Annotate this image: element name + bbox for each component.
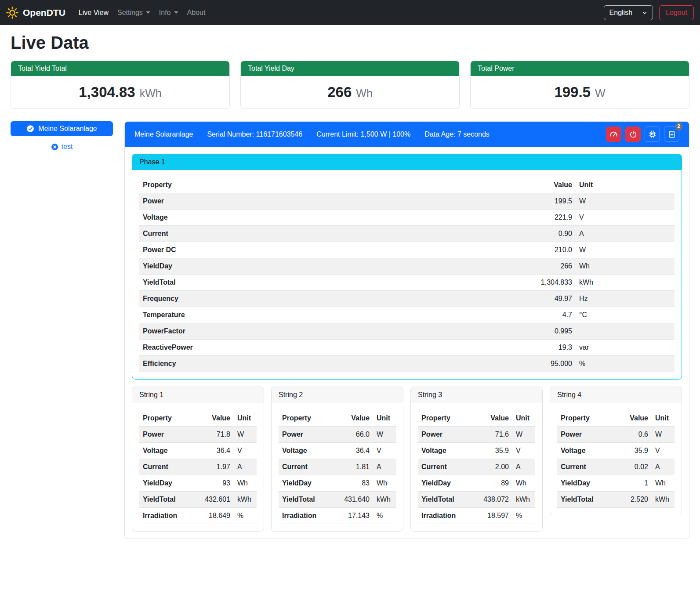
current-limit: Current Limit: 1,500 W | 100% xyxy=(316,130,410,138)
device-info-button[interactable] xyxy=(645,127,660,142)
unit-cell: W xyxy=(234,427,257,443)
value-cell: 0.90 xyxy=(523,226,576,242)
property-cell: Current xyxy=(139,226,523,242)
table-row: Current2.00A xyxy=(418,459,535,475)
table-row: Power71.6W xyxy=(418,427,535,443)
value-cell: 18.649 xyxy=(197,508,234,524)
sun-icon xyxy=(6,7,18,19)
sidebar-item-test[interactable]: test xyxy=(47,141,76,152)
table-row: Irradiation18.597% xyxy=(418,508,535,524)
value-cell: 432.601 xyxy=(197,492,234,508)
nav-live-view[interactable]: Live View xyxy=(74,5,113,20)
events-count-badge: 2 xyxy=(675,123,682,130)
logout-button[interactable]: Logout xyxy=(659,5,694,20)
table-row: Frequency49.97Hz xyxy=(139,291,675,307)
property-cell: Efficiency xyxy=(139,356,523,372)
value-cell: 221.9 xyxy=(523,210,576,226)
table-row: Power199.5W xyxy=(139,193,675,210)
gauge-icon xyxy=(609,130,618,138)
table-row: YieldTotal431.640kWh xyxy=(279,492,396,508)
nav-settings[interactable]: Settings xyxy=(113,5,155,20)
table-row: YieldDay266Wh xyxy=(139,258,675,275)
summary-card-value: 199.5 xyxy=(554,84,591,100)
event-log-button[interactable]: 2 xyxy=(664,127,679,142)
nav-about[interactable]: About xyxy=(183,5,210,20)
value-cell: 0.995 xyxy=(523,323,576,340)
table-row: Voltage35.9V xyxy=(418,443,535,459)
value-column-header: Value xyxy=(475,410,512,427)
value-cell: 95.000 xyxy=(523,356,576,372)
unit-cell: kWh xyxy=(652,492,675,508)
summary-cards-row: Total Yield Total 1,304.83kWh Total Yiel… xyxy=(11,61,689,109)
property-cell: Current xyxy=(557,459,615,475)
summary-card-title: Total Power xyxy=(471,61,689,76)
value-column-header: Value xyxy=(336,410,373,427)
navbar: OpenDTU Live View Settings Info About En… xyxy=(0,0,700,25)
table-row: Voltage35.9V xyxy=(557,443,675,459)
table-header-row: Property Value Unit xyxy=(139,177,675,193)
string-title: String 2 xyxy=(272,387,403,403)
value-cell: 4.7 xyxy=(523,307,576,323)
value-cell: 0.02 xyxy=(615,459,652,475)
summary-card-title: Total Yield Day xyxy=(241,61,459,76)
navbar-right: English Logout xyxy=(604,5,694,20)
page-title: Live Data xyxy=(11,33,689,53)
property-cell: Power xyxy=(418,427,475,443)
string-table-body: Power71.6WVoltage35.9VCurrent2.00AYieldD… xyxy=(418,427,535,524)
unit-cell: A xyxy=(234,459,257,475)
string-table: Property Value Unit Power0.6WVoltage35.9… xyxy=(557,410,675,508)
sidebar-item-meine-solaranlage[interactable]: Meine Solaranlage xyxy=(11,121,113,136)
unit-column-header: Unit xyxy=(373,410,396,427)
unit-cell: V xyxy=(652,443,675,459)
string-table-body: Power71.8WVoltage36.4VCurrent1.97AYieldD… xyxy=(139,427,257,524)
table-row: YieldTotal2.520kWh xyxy=(557,492,675,508)
value-cell: 2.00 xyxy=(475,459,512,475)
nav-info-label: Info xyxy=(159,9,171,17)
limit-settings-button[interactable] xyxy=(606,127,621,142)
table-header-row: Property Value Unit xyxy=(418,410,535,427)
unit-cell: % xyxy=(373,508,396,524)
value-cell: 0.6 xyxy=(615,427,652,443)
table-row: Efficiency95.000% xyxy=(139,356,675,372)
value-column-header: Value xyxy=(615,410,652,427)
table-row: YieldTotal438.072kWh xyxy=(418,492,535,508)
value-cell: 210.0 xyxy=(523,242,576,258)
inverter-panel: Meine Solaranlage Serial Number: 1161716… xyxy=(124,121,689,539)
property-cell: Voltage xyxy=(557,443,615,459)
property-column-header: Property xyxy=(279,410,336,427)
value-cell: 35.9 xyxy=(615,443,652,459)
journal-icon xyxy=(668,130,676,138)
value-cell: 438.072 xyxy=(475,492,512,508)
property-cell: Irradiation xyxy=(279,508,336,524)
serial-number: Serial Number: 116171603546 xyxy=(207,130,302,138)
table-row: Temperature4.7°C xyxy=(139,307,675,323)
unit-cell: Wh xyxy=(512,475,535,492)
table-row: YieldTotal1,304.833kWh xyxy=(139,275,675,291)
property-column-header: Property xyxy=(139,177,523,193)
property-cell: YieldDay xyxy=(139,258,523,275)
unit-cell: V xyxy=(576,210,675,226)
main-content: Live Data Total Yield Total 1,304.83kWh … xyxy=(0,33,700,552)
table-row: Voltage221.9V xyxy=(139,210,675,226)
unit-cell: Wh xyxy=(652,475,675,492)
unit-cell: % xyxy=(512,508,535,524)
string-title: String 4 xyxy=(550,387,682,403)
language-select[interactable]: English xyxy=(604,5,653,20)
unit-cell: kWh xyxy=(373,492,396,508)
property-cell: Voltage xyxy=(139,210,523,226)
unit-column-header: Unit xyxy=(234,410,257,427)
power-button[interactable] xyxy=(625,127,641,142)
property-cell: YieldTotal xyxy=(139,492,197,508)
table-row: YieldDay1Wh xyxy=(557,475,675,492)
property-cell: Frequency xyxy=(139,291,523,307)
string-card-1: String 1 Property Value Unit xyxy=(132,387,264,532)
table-header-row: Property Value Unit xyxy=(139,410,257,427)
string-table: Property Value Unit Power66.0WVoltage36.… xyxy=(279,410,396,524)
brand-link[interactable]: OpenDTU xyxy=(6,7,65,19)
table-row: Voltage36.4V xyxy=(139,443,257,459)
nav-info[interactable]: Info xyxy=(155,5,183,20)
table-row: Irradiation18.649% xyxy=(139,508,257,524)
x-circle-icon xyxy=(51,143,58,151)
unit-cell: Wh xyxy=(576,258,675,275)
value-cell: 83 xyxy=(336,475,373,492)
